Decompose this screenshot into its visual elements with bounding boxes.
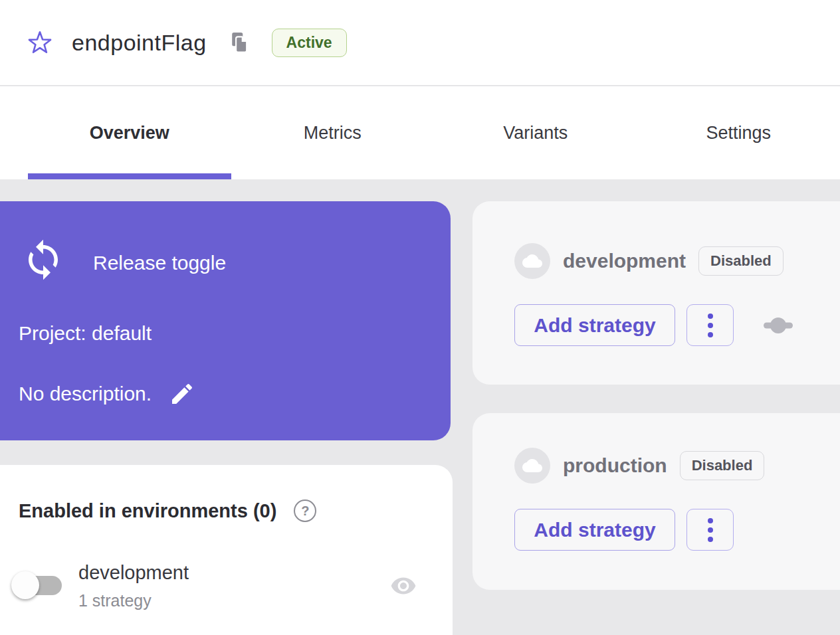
help-icon[interactable]: ? [294, 499, 316, 522]
description-row: No description. [19, 381, 195, 407]
enabled-heading-row: Enabled in environments (0) ? [19, 499, 316, 522]
environment-card-actions: Add strategy [514, 509, 734, 551]
environment-card-actions: Add strategy [514, 304, 793, 346]
cloud-icon [514, 448, 550, 484]
tab-settings-label: Settings [706, 123, 771, 143]
rollout-slider-icon [763, 316, 793, 335]
kebab-dot [708, 518, 713, 523]
edit-description-pencil-icon[interactable] [169, 381, 195, 407]
environment-strategy-count: 1 strategy [78, 591, 152, 610]
cloud-icon [514, 243, 550, 279]
add-strategy-button[interactable]: Add strategy [514, 304, 675, 346]
environment-status-badge: Disabled [698, 246, 784, 276]
page-title: endpointFlag [72, 30, 207, 56]
description-label: No description. [19, 383, 152, 405]
enabled-environments-panel: Enabled in environments (0) ? developmen… [0, 465, 453, 635]
project-label: Project: default [19, 322, 152, 345]
tab-variants[interactable]: Variants [434, 86, 637, 179]
environment-name: development [78, 562, 189, 584]
tab-metrics-label: Metrics [304, 123, 362, 143]
tab-variants-label: Variants [503, 123, 568, 143]
help-glyph: ? [301, 503, 309, 519]
tab-metrics[interactable]: Metrics [231, 86, 435, 179]
toggle-knob [11, 571, 39, 599]
kebab-dot [708, 537, 713, 542]
status-badge: Active [272, 29, 347, 57]
environment-card-header: production Disabled [514, 448, 764, 484]
copy-name-icon[interactable] [231, 33, 249, 52]
environment-toggle-development[interactable] [17, 576, 62, 595]
tab-settings[interactable]: Settings [637, 86, 840, 179]
release-toggle-type-icon [21, 234, 65, 285]
flag-type-label: Release toggle [93, 252, 226, 274]
enabled-environments-heading: Enabled in environments (0) [19, 500, 276, 522]
environment-card-header: development Disabled [514, 243, 784, 279]
environment-card-name: production [563, 454, 667, 477]
kebab-dot [708, 527, 713, 533]
more-actions-kebab-button[interactable] [686, 509, 734, 551]
environment-card-production: production Disabled Add strategy [472, 413, 840, 590]
kebab-dot [708, 323, 713, 328]
kebab-dot [708, 332, 713, 337]
tab-overview-label: Overview [90, 123, 169, 143]
environment-card-name: development [563, 250, 686, 272]
favorite-star-icon[interactable] [28, 31, 52, 54]
tab-overview[interactable]: Overview [28, 86, 231, 179]
more-actions-kebab-button[interactable] [686, 304, 734, 346]
environment-card-development: development Disabled Add strategy [472, 201, 840, 385]
kebab-dot [708, 314, 713, 319]
flag-overview-card: Release toggle Project: default No descr… [0, 201, 451, 440]
tab-bar: Overview Metrics Variants Settings [0, 86, 840, 179]
page-header: endpointFlag Active [0, 0, 840, 86]
visibility-eye-icon[interactable] [390, 573, 417, 599]
environment-status-badge: Disabled [680, 451, 765, 480]
add-strategy-button[interactable]: Add strategy [514, 509, 675, 551]
